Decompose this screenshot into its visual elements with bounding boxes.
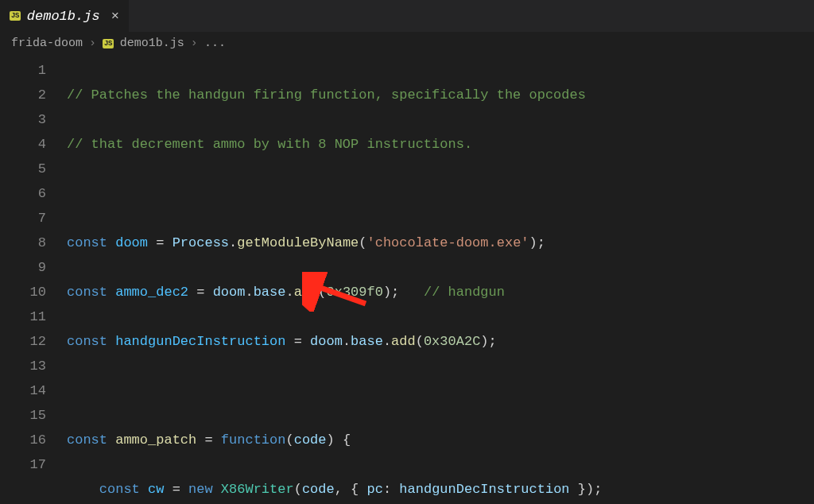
keyword: const	[67, 432, 107, 448]
editor-tab[interactable]: JS demo1b.js ×	[0, 0, 129, 32]
keyword: const	[99, 482, 140, 497]
parameter: code	[294, 432, 327, 448]
property: base	[351, 334, 383, 349]
js-file-icon: JS	[10, 11, 21, 21]
breadcrumb-root[interactable]: frida-doom	[11, 37, 83, 50]
line-number-gutter: 1234567891011121314151617	[0, 58, 67, 504]
string-literal: 'chocolate-doom.exe'	[367, 235, 529, 250]
type: X86Writer	[221, 482, 294, 497]
chevron-right-icon: ›	[89, 37, 96, 50]
identifier: ammo_patch	[115, 432, 196, 448]
breadcrumb[interactable]: frida-doom › JS demo1b.js › ...	[0, 32, 814, 55]
keyword: const	[67, 235, 107, 250]
property: pc	[367, 482, 383, 497]
function-call: add	[294, 285, 319, 300]
keyword: const	[67, 285, 107, 300]
js-file-icon: JS	[103, 39, 114, 48]
code-comment: // Patches the handgun firing function, …	[67, 87, 586, 103]
code-editor[interactable]: 1234567891011121314151617 // Patches the…	[0, 55, 814, 504]
function-call: getModuleByName	[237, 235, 359, 250]
keyword: new	[188, 482, 213, 497]
keyword: function	[221, 432, 286, 448]
chevron-right-icon: ›	[191, 37, 198, 50]
identifier: ammo_dec2	[115, 285, 188, 300]
identifier: doom	[213, 285, 246, 300]
identifier: Process	[172, 235, 229, 250]
identifier: handgunDecInstruction	[399, 482, 569, 497]
identifier: doom	[115, 235, 148, 250]
code-comment: // handgun	[424, 285, 505, 300]
tab-bar: JS demo1b.js ×	[0, 0, 814, 32]
identifier: code	[302, 482, 335, 497]
keyword: const	[67, 334, 107, 349]
identifier: handgunDecInstruction	[115, 334, 285, 349]
code-area[interactable]: // Patches the handgun firing function, …	[67, 58, 814, 504]
close-icon[interactable]: ×	[111, 9, 119, 24]
function-call: add	[391, 334, 416, 349]
code-comment: // that decrement ammo by with 8 NOP ins…	[67, 137, 472, 152]
number-literal: 0x30A2C	[424, 334, 480, 349]
breadcrumb-more[interactable]: ...	[204, 37, 226, 50]
tab-label: demo1b.js	[27, 9, 100, 24]
property: base	[254, 285, 286, 300]
breadcrumb-file[interactable]: demo1b.js	[120, 37, 184, 50]
identifier: cw	[148, 482, 164, 497]
identifier: doom	[310, 334, 343, 349]
number-literal: 0x309f0	[327, 285, 383, 300]
